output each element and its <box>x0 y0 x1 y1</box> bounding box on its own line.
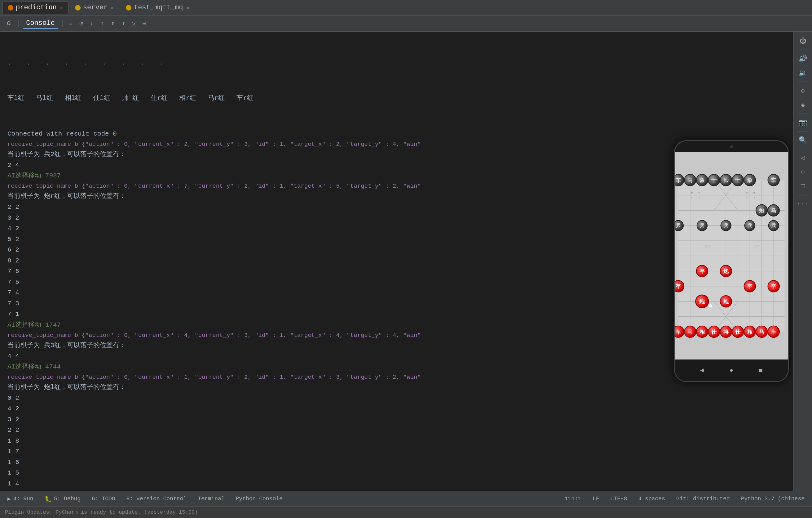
run-button[interactable]: ▶ 4: Run <box>5 494 36 503</box>
console-line: 7 4 <box>7 288 662 298</box>
svg-text:兵: 兵 <box>676 223 681 228</box>
toolbar-btn-6[interactable]: ⬇ <box>120 18 127 29</box>
vcs-text: Git: distributed <box>676 496 730 502</box>
todo-label: 6: TODO <box>92 496 115 502</box>
phone-camera <box>730 145 733 148</box>
toolbar-btn-4[interactable]: ↑ <box>98 19 106 28</box>
console-line: 1 4 <box>7 479 662 489</box>
diamond-icon[interactable]: ◇ <box>797 84 809 97</box>
tab-prediction-close[interactable]: ✕ <box>60 4 63 11</box>
svg-text:将: 将 <box>723 329 729 335</box>
console-line: 4 4 <box>7 351 662 362</box>
run-label: 4: Run <box>13 496 33 502</box>
camera-icon[interactable]: 📷 <box>797 116 809 129</box>
phone-apps-button[interactable]: ■ <box>759 367 763 374</box>
python-console-button[interactable]: Python Console <box>233 494 285 503</box>
svg-text:马: 马 <box>759 329 764 335</box>
toolbar-separator-1 <box>18 20 19 27</box>
phone-home-button[interactable]: ● <box>730 367 733 374</box>
svg-text:相: 相 <box>699 329 705 335</box>
svg-text:兵: 兵 <box>748 223 753 228</box>
tab-test-mqtt-close[interactable]: ✕ <box>186 4 190 11</box>
version-control-button[interactable]: 9: Version Control <box>124 494 189 503</box>
svg-text:炮: 炮 <box>723 299 729 305</box>
line-col-indicator[interactable]: 111:1 <box>562 494 584 503</box>
line-ending-indicator[interactable]: LF <box>590 494 602 503</box>
svg-text:兵: 兵 <box>772 223 776 228</box>
svg-text:卒: 卒 <box>771 283 777 290</box>
chess-board-svg: 楚河 汉界 车 <box>675 152 788 359</box>
tab-server[interactable]: server ✕ <box>70 2 119 13</box>
encoding-indicator[interactable]: UTF-8 <box>608 494 630 503</box>
circle-icon[interactable]: ○ <box>797 166 809 179</box>
phone-area: 楚河 汉界 车 <box>669 32 793 491</box>
python-version-text: Python 3.7 (chinese <box>741 496 805 502</box>
debug-button[interactable]: 🐛 5: Debug <box>42 494 83 503</box>
console-line: Connected with result code 0 <box>7 129 662 139</box>
tab-server-label: server <box>83 4 108 11</box>
debugger-label[interactable]: d <box>4 18 14 29</box>
console-line: 2 2 <box>7 425 662 436</box>
toolbar-btn-5[interactable]: ⬆ <box>109 18 117 29</box>
tab-test-mqtt[interactable]: test_mqtt_mq ✕ <box>121 2 195 13</box>
line-col-text: 111:1 <box>565 496 581 502</box>
toolbar-btn-2[interactable]: ↺ <box>78 18 85 29</box>
console-line: receive_topic_name b'{"action" : 0, "cur… <box>7 373 662 382</box>
toolbar-btn-1[interactable]: ≡ <box>67 19 75 28</box>
svg-text:相: 相 <box>747 329 753 335</box>
console-line: 1 7 <box>7 447 662 457</box>
svg-text:兵: 兵 <box>700 223 705 228</box>
tab-prediction[interactable]: prediction ✕ <box>2 2 68 13</box>
main-area: . . . . . . . . . 车l红 马l红 相l红 仕l红 帅 红 仕r… <box>0 32 812 491</box>
svg-text:象: 象 <box>747 178 753 184</box>
zoom-in-icon[interactable]: 🔍 <box>797 134 809 146</box>
volume-up-icon[interactable]: 🔊 <box>797 52 809 65</box>
toolbar-separator-2 <box>62 20 63 27</box>
toolbar-btn-8[interactable]: ⊟ <box>141 18 148 29</box>
terminal-button[interactable]: Terminal <box>195 494 227 503</box>
tab-server-close[interactable]: ✕ <box>111 4 114 11</box>
console-line: 7 6 <box>7 267 662 277</box>
svg-text:车: 车 <box>771 329 777 335</box>
svg-text:帅: 帅 <box>723 178 729 184</box>
svg-text:马: 马 <box>688 329 693 335</box>
svg-text:车: 车 <box>676 177 681 184</box>
console-line: 7 1 <box>7 309 662 320</box>
status-bar: ▶ 4: Run 🐛 5: Debug 6: TODO 9: Version C… <box>0 491 812 506</box>
terminal-label: Terminal <box>198 496 224 502</box>
volume-down-icon[interactable]: 🔉 <box>797 67 809 79</box>
console-line: 当前棋子为 炮l红，可以落子的位置有： <box>7 382 662 393</box>
toolbar-btn-3[interactable]: ↓ <box>88 19 95 28</box>
console-line: 3 2 <box>7 213 662 223</box>
vcs-indicator[interactable]: Git: distributed <box>674 494 732 503</box>
console-label[interactable]: Console <box>23 18 58 29</box>
tab-bar: prediction ✕ server ✕ test_mqtt_mq ✕ <box>0 0 812 16</box>
python-version-indicator[interactable]: Python 3.7 (chinese <box>738 494 807 503</box>
console-line: AI选择移动 1747 <box>7 320 662 330</box>
phone-back-button[interactable]: ◄ <box>700 367 704 374</box>
todo-button[interactable]: 6: TODO <box>89 494 118 503</box>
plugin-bar-text: Plugin Updates: PyCharm is ready to upda… <box>5 509 198 515</box>
phone-screen[interactable]: 楚河 汉界 车 <box>675 152 788 359</box>
console-line: 7 5 <box>7 277 662 288</box>
more-icon[interactable]: ··· <box>797 198 809 210</box>
status-bar-right: 111:1 LF UTF-8 4 spaces Git: distributed… <box>562 494 807 503</box>
phone-top-bar <box>675 141 788 152</box>
console-line: AI选择移动 4744 <box>7 362 662 372</box>
console-dots: . . . . . . . . . <box>7 58 662 68</box>
console-line: 3 2 <box>7 415 662 425</box>
eraser-icon[interactable]: ◈ <box>797 99 809 111</box>
console-line: 当前棋子为 炮r红，可以落子的位置有： <box>7 191 662 201</box>
square-icon[interactable]: □ <box>797 180 809 193</box>
svg-text:炮: 炮 <box>723 268 729 274</box>
toolbar-btn-7[interactable]: ▷ <box>130 18 138 29</box>
indent-indicator[interactable]: 4 spaces <box>636 494 668 503</box>
svg-text:仕: 仕 <box>735 329 741 335</box>
sidebar-sep-2 <box>799 82 808 82</box>
console-line: receive_topic_name b'{"action" : 0, "cur… <box>7 331 662 340</box>
console-panel[interactable]: . . . . . . . . . 车l红 马l红 相l红 仕l红 帅 红 仕r… <box>0 32 669 491</box>
console-line: 0 2 <box>7 393 662 404</box>
back-icon[interactable]: ◁ <box>797 152 809 164</box>
power-icon[interactable]: ⏻ <box>797 35 809 47</box>
console-line: receive_topic_name b'{"action" : 0, "cur… <box>7 140 662 149</box>
